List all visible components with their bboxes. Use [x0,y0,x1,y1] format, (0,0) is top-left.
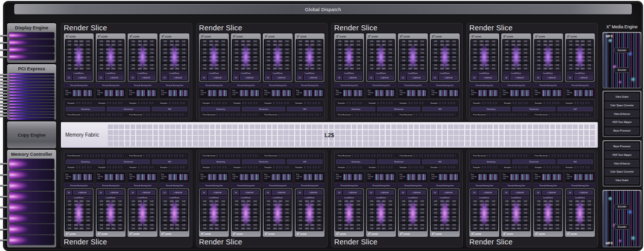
xve-cell: XVE [419,227,426,230]
rtu-hatch-pattern [303,90,312,96]
xmx-cell: XMX [79,219,84,222]
is-cell: IS [201,75,207,80]
xve-row: XVEXMXXMXXVE [503,59,529,62]
xve-cell: XVE [535,52,542,55]
xve-grid: XVEXMXXMXXVEXVEXMXXMXXVEXVEXMXXMXXVEXVEX… [66,40,92,70]
xmx-cell: XMX [304,56,309,59]
xve-cell: XVE [315,224,323,227]
xmx-cell: XMX [548,52,553,55]
xve-cell: XVE [252,48,259,51]
xve-row-pair: XVEXMXXMXXVEXVEXMXXMXXVE [265,48,291,55]
xve-row: XVEXMXXMXXVE [233,219,259,222]
xve-cell: XVE [451,208,458,211]
xve-cell: XVE [368,44,375,47]
xve-row: XVEXMXXMXXVE [265,44,291,47]
xve-cell: XVE [66,224,73,227]
xmx-cell: XMX [445,203,450,206]
is-cell: IS [66,190,72,195]
load-store-bar: Load/Store [471,71,497,75]
xmx-cell: XMX [169,56,174,59]
xe-core-body: XVEXMXXMXXVEXVEXMXXMXXVEXVEXMXXMXXVEXVEX… [534,39,562,81]
xve-cell: XVE [180,219,187,222]
xve-row: XVEXMXXMXXVE [297,56,323,59]
ray-tracing-row: Ray Tracing UnitRay Tracing UnitRay Trac… [334,88,460,98]
xe-core-label: Xe-core [367,34,395,38]
ray-tracing-unit-label: Ray Tracing Unit [567,174,573,180]
label-part: e [299,35,300,37]
xve-cell: XVE [432,200,439,203]
xe-cores-row: Xe-coreXVEXMXXMXXVEXVEXMXXMXXVEXVEXMXXMX… [64,188,189,237]
display-engine-label: Display Engine [9,24,55,32]
render-slice-title: Render Slice [334,24,460,32]
xmx-cell: XMX [516,59,521,62]
xmx-cell: XMX [175,227,180,230]
sampler-label: Sampler [98,166,106,169]
thread-sorting-unit: Thread Sorting Unit [263,83,293,87]
xve-row: XVEXMXXMXXVE [98,219,124,222]
xmx-cell: XMX [169,216,174,219]
xve-cell: XVE [220,67,227,70]
thread-sorting-unit: Thread Sorting Unit [295,83,325,87]
xve-row: XVEXMXXMXXVE [98,227,124,230]
xmx-cell: XMX [516,224,521,227]
xve-row: XVEXMXXMXXVE [201,44,227,47]
xmx-cell: XMX [79,216,84,219]
xve-row-pair: XVEXMXXMXXVEXVEXMXXMXXVE [233,64,259,70]
xve-row: XVEXMXXMXXVE [471,48,497,51]
xve-row-pair: XVEXMXXMXXVEXVEXMXXMXXVE [297,64,323,70]
sampler-row: SamplerSamplerSamplerSampler [336,165,458,170]
pixel-backend-label: Pixel Backend [203,113,215,116]
xmx-cell: XMX [73,56,78,59]
xve-cell: XVE [315,40,323,43]
xe-core-block: Xe-coreXVEXMXXMXXVEXVEXMXXMXXVEXVEXMXXMX… [366,188,396,237]
xve-row: XVEXMXXMXXVE [265,67,291,70]
sampler-cells [481,102,499,104]
xve-cell: XVE [148,56,155,59]
xve-row: XVEXMXXMXXVE [400,224,426,227]
xve-cell: XVE [503,200,510,203]
xmx-cell: XMX [143,216,148,219]
xmx-cell: XMX [439,208,445,211]
xmx-cell: XMX [105,200,110,203]
xmx-cell: XMX [376,64,381,67]
xmx-cell: XMX [310,44,315,47]
xve-row-pair: XVEXMXXMXXVEXVEXMXXMXXVE [336,48,362,55]
xe-core-body: XVEXMXXMXXVEXVEXMXXMXXVEXVEXMXXMXXVEXVEX… [502,39,530,81]
xmx-cell: XMX [575,52,580,55]
label-part: -core [506,35,513,38]
rasterizer-block: Rasterizer [107,159,150,164]
xve-row: XVEXMXXMXXVE [368,40,394,43]
xve-cell: XVE [297,203,304,206]
xve-cell: XVE [419,64,426,67]
xve-cell: XVE [355,200,362,203]
pixel-backend-row: Pixel BackendPixel Backend [471,153,593,158]
xmx-cell: XMX [479,203,484,206]
xve-cell: XVE [315,48,323,51]
ray-tracing-unit-label: Ray Tracing Unit [65,90,71,96]
io-connector-stub [0,77,7,78]
xmx-cell: XMX [304,40,309,43]
xve-cell: XVE [85,200,92,203]
xe-core-label: Xe-core [97,34,125,38]
xve-row: XVEXMXXMXXVE [162,208,187,211]
xve-row: XVEXMXXMXXVE [130,200,155,203]
xe-core-label: Xe-core [296,232,324,236]
xmx-cell: XMX [246,219,251,222]
xmx-cell: XMX [169,208,174,211]
xve-row: XVEXMXXMXXVE [567,219,593,222]
xmx-cell: XMX [105,67,110,70]
xmx-cell: XMX [272,227,277,230]
rtu-hatch-area [136,174,156,180]
rtu-hatch-pattern [438,174,448,180]
xve-row-pair: XVEXMXXMXXVEXVEXMXXMXXVE [471,224,497,230]
xve-cell: XVE [130,216,137,219]
xve-cell: XVE [535,64,542,67]
pci-express-label: PCI Express [9,65,55,73]
xve-row-pair: XVEXMXXMXXVEXVEXMXXMXXVE [201,200,227,206]
xmx-cell: XMX [111,48,116,51]
xve-cell: XVE [130,67,137,70]
xve-cell: XVE [252,208,259,211]
xmx-cell: XMX [137,200,142,203]
render-slice: Render SliceXe-coreXVEXMXXMXXVEXVEXMXXMX… [331,150,463,247]
memory-controller-label: Memory Controller [9,151,55,158]
